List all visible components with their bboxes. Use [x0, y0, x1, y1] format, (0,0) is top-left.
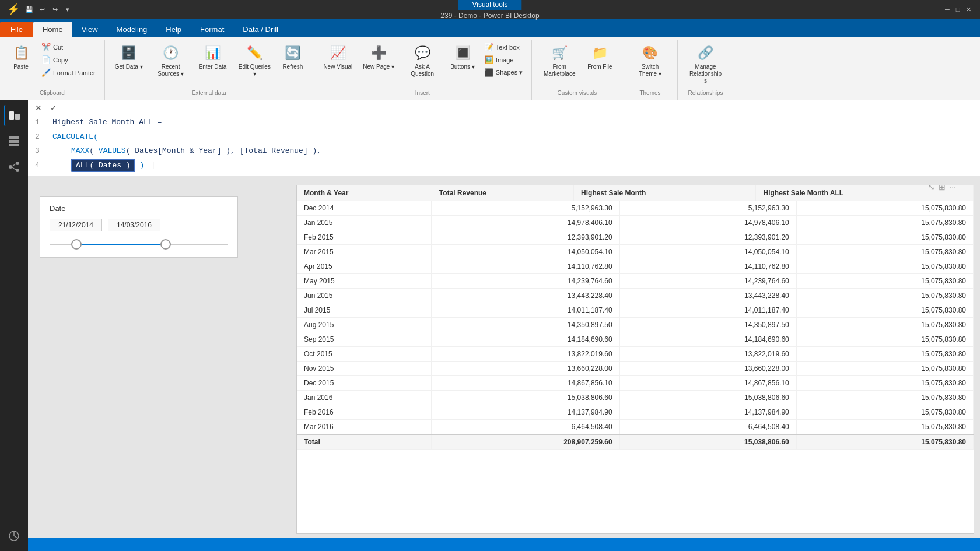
insert-small-btns: 📝 Text box 🖼️ Image ⬛ Shapes ▾ [481, 41, 526, 79]
minimize-btn[interactable]: ─ [943, 5, 952, 14]
tab-file[interactable]: File [0, 22, 33, 37]
formula-content: 1 Highest Sale Month ALL = 2 CALCULATE( … [33, 115, 975, 173]
tab-help[interactable]: Help [156, 22, 191, 37]
cell-5-2: 14,239,764.60 [620, 274, 796, 289]
paste-button[interactable]: 📋 Paste [6, 41, 36, 73]
cut-button[interactable]: ✂️ Cut [38, 41, 99, 53]
edit-queries-button[interactable]: ✏️ Edit Queries ▾ [233, 41, 276, 80]
window-controls[interactable]: ─ □ ✕ [943, 5, 973, 14]
from-file-button[interactable]: 📁 From File [583, 41, 616, 73]
formula-line-2: 2 CALCULATE( [35, 130, 975, 145]
cell-2-3: 15,075,830.80 [796, 230, 973, 245]
external-data-items: 🗄️ Get Data ▾ 🕐 Recent Sources ▾ 📊 Enter… [111, 41, 307, 90]
slicer-start-date[interactable]: 21/12/2014 [50, 219, 102, 231]
cell-12-1: 14,867,856.10 [431, 376, 620, 391]
sidebar-item-model[interactable] [4, 156, 24, 177]
table-header-area: Month & Year Total Revenue Highest Sale … [297, 185, 974, 201]
table-scroll-area[interactable]: Dec 20145,152,963.305,152,963.3015,075,8… [297, 201, 974, 533]
image-button[interactable]: 🖼️ Image [481, 54, 526, 66]
buttons-label: Buttons ▾ [450, 64, 475, 71]
data-table-container: ⤡ ⊞ ··· Month & Year Total Revenue Highe… [296, 185, 974, 534]
quick-access-toolbar[interactable]: 💾 ↩ ↪ ▾ [24, 5, 72, 14]
table-row: Sep 201514,184,690.6014,184,690.6015,075… [297, 332, 974, 347]
from-marketplace-label: From Marketplace [542, 64, 577, 78]
refresh-button[interactable]: 🔄 Refresh [278, 41, 307, 73]
canvas-area: ✕ ✓ 1 Highest Sale Month ALL = 2 CALCULA… [28, 100, 980, 551]
data-table: Month & Year Total Revenue Highest Sale … [297, 185, 974, 201]
table-row: Dec 201514,867,856.1014,867,856.1015,075… [297, 376, 974, 391]
date-slider[interactable] [50, 238, 228, 250]
text-box-label: Text box [496, 44, 520, 51]
sidebar-item-data[interactable] [4, 131, 24, 152]
highlighted-formula: ALL( Dates ) [71, 159, 135, 172]
enter-data-button[interactable]: 📊 Enter Data [195, 41, 231, 73]
cell-9-1: 14,184,690.60 [431, 332, 620, 347]
cell-11-1: 13,660,228.00 [431, 362, 620, 376]
table-tile-icon[interactable]: ⊞ [939, 185, 946, 192]
tab-data-drill[interactable]: Data / Drill [233, 22, 288, 37]
ask-question-button[interactable]: 💬 Ask A Question [401, 41, 444, 80]
table-more-icon[interactable]: ··· [949, 185, 956, 192]
cell-6-3: 15,075,830.80 [796, 289, 973, 303]
formula-cancel-btn[interactable]: ✕ [33, 103, 44, 113]
text-box-button[interactable]: 📝 Text box [481, 41, 526, 53]
formula-text-3: MAXX( VALUES( Dates[Month & Year] ), [To… [52, 144, 321, 159]
format-painter-button[interactable]: 🖌️ Format Painter [38, 66, 99, 79]
redo-icon[interactable]: ↪ [50, 5, 60, 14]
recent-sources-button[interactable]: 🕐 Recent Sources ▾ [149, 41, 192, 80]
manage-relationships-button[interactable]: 🔗 Manage Relationships [684, 41, 727, 87]
svg-rect-2 [9, 136, 19, 139]
tab-view[interactable]: View [72, 22, 107, 37]
formula-line-3: 3 MAXX( VALUES( Dates[Month & Year] ), [… [35, 144, 975, 159]
maximize-btn[interactable]: □ [953, 5, 963, 14]
formula-bar-controls: ✕ ✓ [33, 103, 975, 113]
formula-bar: ✕ ✓ 1 Highest Sale Month ALL = 2 CALCULA… [28, 100, 980, 176]
main-content: ✕ ✓ 1 Highest Sale Month ALL = 2 CALCULA… [28, 100, 980, 551]
copy-button[interactable]: 📄 Copy [38, 54, 99, 66]
total-highest-sale: 15,038,806.60 [620, 434, 796, 450]
slider-handle-right[interactable] [160, 239, 171, 250]
table-row: Jul 201514,011,187.4014,011,187.4015,075… [297, 303, 974, 318]
cell-10-3: 15,075,830.80 [796, 347, 973, 362]
total-highest-sale-all: 15,075,830.80 [796, 434, 973, 450]
cell-10-0: Oct 2015 [297, 347, 431, 362]
cell-4-3: 15,075,830.80 [796, 259, 973, 274]
tab-home[interactable]: Home [33, 22, 72, 37]
formula-confirm-btn[interactable]: ✓ [48, 103, 60, 113]
close-btn[interactable]: ✕ [964, 5, 973, 14]
table-row: Mar 20166,464,508.406,464,508.4015,075,8… [297, 420, 974, 435]
shapes-button[interactable]: ⬛ Shapes ▾ [481, 66, 526, 79]
col-total-revenue[interactable]: Total Revenue [432, 185, 573, 201]
cell-7-2: 14,011,187.40 [620, 303, 796, 318]
text-box-icon: 📝 [484, 43, 494, 51]
table-focus-icon[interactable]: ⤡ [928, 185, 935, 192]
slider-handle-left[interactable] [71, 239, 82, 250]
col-highest-sale-month[interactable]: Highest Sale Month [574, 185, 756, 201]
tab-modeling[interactable]: Modeling [107, 22, 157, 37]
paste-icon: 📋 [12, 44, 30, 62]
dropdown-icon[interactable]: ▾ [63, 5, 72, 14]
tab-format[interactable]: Format [191, 22, 233, 37]
manage-relationships-icon: 🔗 [696, 44, 715, 62]
col-month-year[interactable]: Month & Year [297, 185, 432, 201]
sidebar-item-report[interactable] [4, 105, 24, 126]
get-data-button[interactable]: 🗄️ Get Data ▾ [111, 41, 147, 73]
insert-group-label: Insert [319, 90, 526, 99]
switch-theme-button[interactable]: 🎨 Switch Theme ▾ [628, 41, 671, 80]
new-visual-button[interactable]: 📈 New Visual [319, 41, 356, 73]
closing-paren: ) [139, 161, 144, 170]
slider-fill [76, 244, 166, 245]
format-painter-label: Format Painter [53, 69, 96, 76]
undo-icon[interactable]: ↩ [37, 5, 47, 14]
cell-12-0: Dec 2015 [297, 376, 431, 391]
cell-3-2: 14,050,054.10 [620, 245, 796, 259]
new-page-button[interactable]: ➕ New Page ▾ [359, 41, 398, 73]
buttons-button[interactable]: 🔳 Buttons ▾ [446, 41, 479, 73]
analytics-icon [8, 530, 20, 542]
from-marketplace-button[interactable]: 🛒 From Marketplace [538, 41, 581, 80]
save-icon[interactable]: 💾 [24, 5, 34, 14]
cell-9-3: 15,075,830.80 [796, 332, 973, 347]
sidebar-item-analytics[interactable] [4, 525, 24, 546]
from-marketplace-icon: 🛒 [550, 44, 569, 62]
slicer-end-date[interactable]: 14/03/2016 [108, 219, 160, 231]
